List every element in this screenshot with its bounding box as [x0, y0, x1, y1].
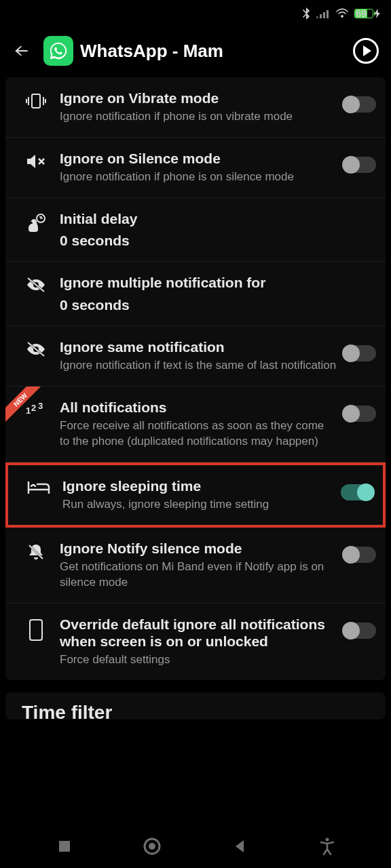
battery-indicator: 69 [354, 9, 380, 18]
settings-list: Ignore on Vibrate mode Ignore notificati… [5, 77, 386, 680]
setting-initial-delay[interactable]: Initial delay 0 seconds [5, 198, 386, 262]
nav-accessibility-button[interactable] [314, 833, 341, 860]
toggle-all-notifications[interactable] [343, 406, 376, 422]
setting-title: Ignore sleeping time [62, 477, 334, 494]
bluetooth-icon [301, 7, 311, 20]
setting-subtitle: Ignore notification if phone is on silen… [60, 170, 337, 185]
setting-value: 0 seconds [60, 297, 369, 313]
signal-icon [316, 9, 330, 18]
section-header: Time filter [5, 692, 386, 719]
eye-off-icon [12, 338, 60, 357]
navigation-bar [0, 825, 391, 868]
svg-rect-1 [320, 14, 322, 18]
wifi-icon [335, 8, 349, 19]
svg-rect-0 [316, 16, 318, 18]
setting-override-default[interactable]: Override default ignore all notification… [5, 604, 386, 680]
setting-subtitle: Force default settings [60, 652, 337, 668]
svg-rect-3 [327, 10, 329, 18]
bell-off-icon [12, 540, 60, 561]
svg-rect-2 [323, 12, 325, 18]
status-bar: 69 [0, 0, 391, 27]
setting-ignore-same[interactable]: Ignore same notification Ignore notifica… [5, 326, 386, 387]
toggle-ignore-silence[interactable] [343, 157, 376, 173]
svg-point-12 [149, 843, 155, 850]
setting-subtitle: Ignore notification if text is the same … [60, 358, 337, 374]
app-bar: WhatsApp - Mam [0, 27, 391, 75]
setting-ignore-silence[interactable]: Ignore on Silence mode Ignore notificati… [5, 138, 386, 198]
nav-recent-button[interactable] [51, 833, 78, 860]
setting-all-notifications[interactable]: NEW 123 All notifications Force receive … [5, 387, 386, 462]
setting-title: Ignore on Vibrate mode [60, 90, 337, 106]
page-title: WhatsApp - Mam [80, 41, 341, 62]
setting-subtitle: Get notifications on Mi Band even if Not… [60, 559, 337, 591]
toggle-ignore-notify-silence[interactable] [343, 547, 376, 563]
setting-value: 0 seconds [60, 233, 369, 249]
svg-rect-10 [59, 841, 70, 852]
setting-title: All notifications [60, 399, 337, 416]
whatsapp-icon [43, 36, 73, 66]
nav-back-button[interactable] [226, 833, 253, 860]
vibrate-icon [12, 90, 60, 110]
phone-icon [12, 616, 60, 642]
svg-point-13 [325, 838, 329, 842]
svg-rect-4 [32, 94, 40, 108]
eye-off-icon [12, 274, 60, 293]
play-button[interactable] [353, 38, 379, 64]
setting-ignore-notify-silence[interactable]: Ignore Notify silence mode Get notificat… [5, 528, 386, 604]
setting-title: Ignore multiple notification for [60, 274, 369, 291]
toggle-override-default[interactable] [343, 623, 376, 639]
setting-ignore-multiple[interactable]: Ignore multiple notification for 0 secon… [5, 262, 386, 326]
setting-subtitle: Ignore notification if phone is on vibra… [60, 109, 337, 125]
setting-title: Ignore same notification [60, 338, 337, 355]
next-section: Time filter [5, 692, 386, 719]
setting-title: Override default ignore all notification… [60, 616, 337, 650]
toggle-ignore-sleeping[interactable] [341, 484, 373, 500]
toggle-ignore-vibrate[interactable] [343, 96, 376, 113]
back-button[interactable] [12, 41, 31, 60]
mute-icon [12, 150, 60, 170]
setting-ignore-vibrate[interactable]: Ignore on Vibrate mode Ignore notificati… [5, 77, 386, 138]
svg-rect-9 [30, 620, 42, 640]
nav-home-button[interactable] [138, 833, 166, 860]
toggle-ignore-same[interactable] [343, 345, 376, 361]
setting-title: Ignore Notify silence mode [60, 540, 337, 557]
setting-subtitle: Run always, ignore sleeping time setting [62, 497, 334, 513]
new-badge: NEW [5, 387, 46, 427]
setting-title: Initial delay [60, 210, 369, 227]
setting-ignore-sleeping[interactable]: Ignore sleeping time Run always, ignore … [5, 462, 386, 528]
delay-icon [12, 210, 60, 233]
setting-title: Ignore on Silence mode [60, 150, 337, 167]
setting-subtitle: Force receive all notifications as soon … [60, 418, 337, 450]
bed-icon [15, 477, 62, 495]
